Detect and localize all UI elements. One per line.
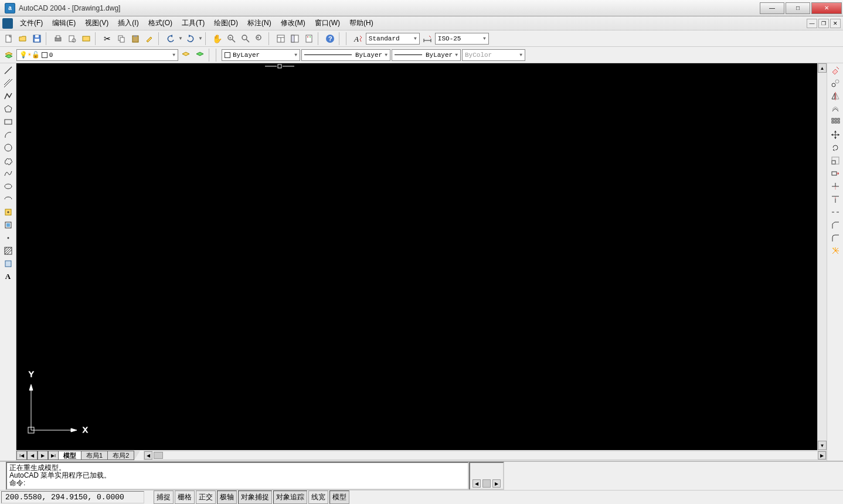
ortho-toggle[interactable]: 正交 xyxy=(196,491,216,504)
copy-button[interactable] xyxy=(115,32,128,45)
layer-dropdown[interactable]: 💡 ☀ 🔓 0 ▼ xyxy=(16,49,178,61)
polar-toggle[interactable]: 极轴 xyxy=(217,491,237,504)
command-prompt[interactable]: 命令: xyxy=(9,479,465,487)
spline-tool[interactable] xyxy=(2,168,15,179)
menu-help[interactable]: 帮助(H) xyxy=(345,17,378,29)
offset-tool[interactable] xyxy=(829,103,842,115)
extend-tool[interactable] xyxy=(829,193,842,205)
explode-tool[interactable] xyxy=(829,245,842,257)
pan-realtime-button[interactable]: ✋ xyxy=(211,32,224,45)
mirror-tool[interactable] xyxy=(829,90,842,102)
color-dropdown[interactable]: ByLayer▼ xyxy=(222,49,300,61)
otrack-toggle[interactable]: 对象追踪 xyxy=(273,491,307,504)
polyline-tool[interactable] xyxy=(2,90,15,102)
copy-tool[interactable] xyxy=(829,77,842,89)
revcloud-tool[interactable] xyxy=(2,155,15,166)
help-button[interactable]: ? xyxy=(324,32,336,45)
zoom-realtime-button[interactable]: + xyxy=(225,32,238,45)
horizontal-scrollbar[interactable]: ◀ ▶ xyxy=(144,451,827,460)
tab-layout2[interactable]: 布局2 xyxy=(108,451,134,460)
menu-draw[interactable]: 绘图(D) xyxy=(209,17,243,29)
paste-button[interactable] xyxy=(129,32,142,45)
hatch-tool[interactable] xyxy=(2,245,15,257)
tab-last-button[interactable]: ▶I xyxy=(48,451,59,460)
tab-next-button[interactable]: ▶ xyxy=(38,451,48,460)
scroll-left-button[interactable]: ◀ xyxy=(144,451,152,459)
array-tool[interactable] xyxy=(829,116,842,128)
dim-style-dropdown[interactable]: ISO-25▼ xyxy=(435,33,489,45)
properties-button[interactable] xyxy=(274,32,287,45)
circle-tool[interactable] xyxy=(2,142,15,154)
tool-palettes-button[interactable] xyxy=(302,32,315,45)
minimize-button[interactable]: — xyxy=(760,2,784,14)
publish-button[interactable] xyxy=(80,32,93,45)
line-tool[interactable] xyxy=(2,64,15,76)
model-toggle[interactable]: 模型 xyxy=(329,491,349,504)
lwt-toggle[interactable]: 线宽 xyxy=(308,491,328,504)
menu-window[interactable]: 窗口(W) xyxy=(310,17,345,29)
polygon-tool[interactable] xyxy=(2,103,15,115)
command-history[interactable]: 正在重生成模型。 AutoCAD 菜单实用程序已加载。 命令: xyxy=(6,462,469,490)
ellipse-tool[interactable] xyxy=(2,181,15,192)
layer-manager-button[interactable] xyxy=(2,49,15,62)
stretch-tool[interactable] xyxy=(829,168,842,179)
coordinates-display[interactable]: 200.5580, 294.9150, 0.0000 xyxy=(1,491,144,503)
menu-insert[interactable]: 插入(I) xyxy=(113,17,143,29)
menu-modify[interactable]: 修改(M) xyxy=(276,17,310,29)
osnap-toggle[interactable]: 对象捕捉 xyxy=(238,491,272,504)
print-button[interactable] xyxy=(52,32,64,45)
erase-tool[interactable] xyxy=(829,64,842,76)
ellipse-arc-tool[interactable] xyxy=(2,193,15,205)
move-tool[interactable] xyxy=(829,129,842,141)
tab-first-button[interactable]: I◀ xyxy=(16,451,27,460)
tab-layout1[interactable]: 布局1 xyxy=(81,451,108,460)
mdi-restore-button[interactable]: ❐ xyxy=(818,19,829,28)
design-center-button[interactable] xyxy=(288,32,301,45)
tab-prev-button[interactable]: ◀ xyxy=(27,451,38,460)
match-props-button[interactable] xyxy=(143,32,156,45)
mdi-close-button[interactable]: ✕ xyxy=(830,19,841,28)
rectangle-tool[interactable] xyxy=(2,116,15,128)
maximize-button[interactable]: □ xyxy=(786,2,810,14)
menu-view[interactable]: 视图(V) xyxy=(80,17,113,29)
cmd-scroll-left[interactable]: ◀ xyxy=(473,479,481,488)
chamfer-tool[interactable] xyxy=(829,219,842,231)
redo-dropdown[interactable]: ▼ xyxy=(198,36,203,41)
close-button[interactable]: ✕ xyxy=(811,2,842,14)
trim-tool[interactable] xyxy=(829,181,842,192)
menu-file[interactable]: 文件(F) xyxy=(15,17,47,29)
xline-tool[interactable] xyxy=(2,77,15,89)
scroll-down-button[interactable]: ▼ xyxy=(818,441,827,450)
insert-block-tool[interactable] xyxy=(2,206,15,218)
scroll-up-button[interactable]: ▲ xyxy=(818,63,827,73)
cmd-scroll-right[interactable]: ▶ xyxy=(492,479,501,488)
tab-model[interactable]: 模型 xyxy=(59,451,81,460)
text-style-dropdown[interactable]: Standard▼ xyxy=(366,33,420,45)
point-tool[interactable] xyxy=(2,232,15,244)
snap-toggle[interactable]: 捕捉 xyxy=(154,491,174,504)
menu-tools[interactable]: 工具(T) xyxy=(177,17,209,29)
lineweight-dropdown[interactable]: ByLayer▼ xyxy=(392,49,461,61)
new-button[interactable] xyxy=(2,32,15,45)
layer-states-button[interactable] xyxy=(193,49,206,62)
menu-edit[interactable]: 编辑(E) xyxy=(47,17,80,29)
open-button[interactable] xyxy=(16,32,29,45)
fillet-tool[interactable] xyxy=(829,232,842,244)
redo-button[interactable] xyxy=(184,32,197,45)
mtext-tool[interactable]: A xyxy=(2,271,15,282)
linetype-dropdown[interactable]: ByLayer▼ xyxy=(301,49,390,61)
scroll-right-button[interactable]: ▶ xyxy=(818,451,826,459)
cut-button[interactable]: ✂ xyxy=(101,32,114,45)
print-preview-button[interactable] xyxy=(66,32,79,45)
undo-dropdown[interactable]: ▼ xyxy=(178,36,183,41)
drawing-canvas[interactable]: X Y xyxy=(16,63,817,450)
menu-dimension[interactable]: 标注(N) xyxy=(243,17,276,29)
arc-tool[interactable] xyxy=(2,129,15,141)
layer-previous-button[interactable] xyxy=(179,49,192,62)
save-button[interactable] xyxy=(30,32,43,45)
zoom-window-button[interactable] xyxy=(239,32,252,45)
menu-format[interactable]: 格式(O) xyxy=(144,17,177,29)
scale-tool[interactable] xyxy=(829,155,842,166)
make-block-tool[interactable] xyxy=(2,219,15,231)
plotstyle-dropdown[interactable]: ByColor▼ xyxy=(462,49,525,61)
